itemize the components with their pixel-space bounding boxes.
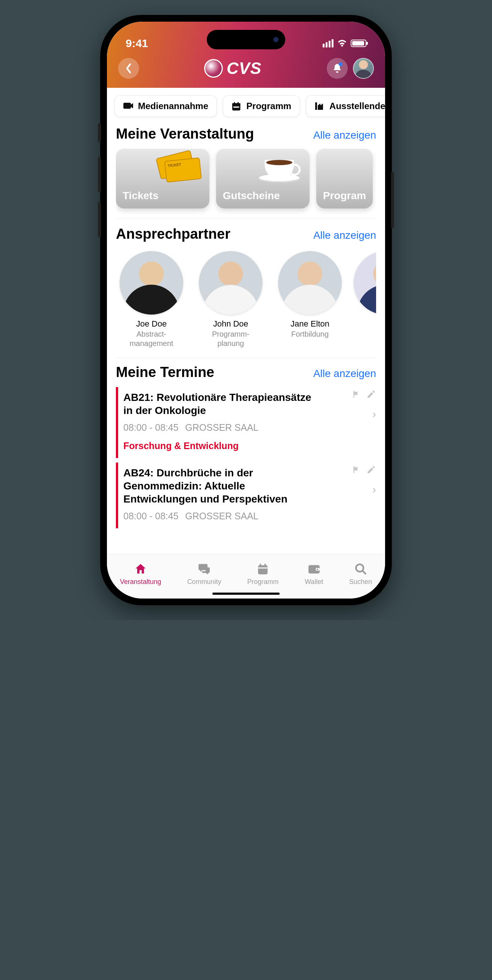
- quick-links-row: Medienannahme Programm Ausstellende: [107, 88, 385, 121]
- contact-item[interactable]: [354, 251, 376, 348]
- svg-rect-5: [233, 107, 239, 108]
- contact-item[interactable]: John Doe Programm- planung: [195, 251, 266, 348]
- profile-avatar[interactable]: [353, 58, 374, 79]
- tab-label: Wallet: [305, 578, 323, 586]
- svg-rect-7: [260, 564, 261, 566]
- svg-rect-4: [237, 102, 238, 105]
- section-title: Meine Veranstaltung: [116, 126, 254, 142]
- svg-line-14: [362, 571, 366, 574]
- logo-text: CVS: [227, 59, 261, 78]
- tab-wallet[interactable]: Wallet: [305, 562, 323, 586]
- card-tickets[interactable]: Tickets: [116, 149, 209, 208]
- volume-button: [98, 157, 101, 192]
- tab-bar: Veranstaltung Community Programm Wallet: [107, 554, 385, 598]
- flag-icon[interactable]: [351, 465, 361, 476]
- chevron-right-icon: ›: [372, 407, 376, 420]
- section-my-event: Meine Veranstaltung Alle anzeigen Ticket…: [107, 121, 385, 216]
- calendar-icon: [232, 102, 242, 111]
- contact-role: Fortbildung: [275, 329, 345, 339]
- avatar: [354, 251, 376, 315]
- chip-programm[interactable]: Programm: [223, 95, 300, 117]
- tab-community[interactable]: Community: [187, 562, 221, 586]
- svg-rect-0: [123, 103, 131, 109]
- search-icon: [355, 562, 367, 576]
- phone-frame: 9:41 CVS: [100, 15, 392, 605]
- appointment-item[interactable]: › AB24: Durchbrüche in der Genommedizin:…: [116, 463, 376, 528]
- show-all-link[interactable]: Alle anzeigen: [313, 129, 376, 141]
- tab-label: Veranstaltung: [120, 578, 161, 586]
- contact-name: Jane Elton: [275, 319, 345, 329]
- wifi-icon: [337, 37, 347, 50]
- tab-label: Suchen: [349, 578, 372, 586]
- card-label: Gutscheine: [223, 190, 280, 202]
- ticket-icon: [158, 154, 203, 183]
- app-logo: CVS: [204, 59, 261, 78]
- divider: [116, 358, 376, 358]
- home-icon: [133, 562, 148, 576]
- appointment-title: AB24: Durchbrüche in der Genommedizin: A…: [123, 466, 321, 506]
- contact-name: John Doe: [195, 319, 266, 329]
- avatar: [120, 251, 183, 315]
- wallet-icon: [307, 562, 321, 576]
- tab-label: Community: [187, 578, 221, 586]
- section-title: Ansprechpartner: [116, 226, 230, 242]
- svg-rect-2: [232, 103, 240, 106]
- contact-item[interactable]: Joe Doe Abstract- management: [116, 251, 187, 348]
- volume-button: [98, 202, 101, 237]
- contact-role: Programm- planung: [195, 329, 266, 348]
- chip-ausstellende[interactable]: Ausstellende: [306, 95, 385, 117]
- avatar: [278, 251, 342, 315]
- power-button: [391, 172, 394, 228]
- notifications-button[interactable]: [327, 58, 348, 79]
- contact-item[interactable]: Jane Elton Fortbildung: [275, 251, 345, 348]
- avatar: [199, 251, 262, 315]
- volume-button: [98, 123, 101, 142]
- contact-role: Abstract- management: [116, 329, 187, 348]
- appointment-time: 08:00 - 08:45: [123, 422, 178, 433]
- chevron-right-icon: ›: [372, 483, 376, 496]
- svg-rect-6: [258, 565, 268, 574]
- tab-suchen[interactable]: Suchen: [349, 562, 372, 586]
- appointment-title: AB21: Revolutionäre Therapieansätze in d…: [123, 391, 321, 417]
- tab-veranstaltung[interactable]: Veranstaltung: [120, 562, 161, 586]
- factory-icon: [315, 102, 325, 111]
- section-contacts: Ansprechpartner Alle anzeigen Joe Doe Ab…: [107, 221, 385, 356]
- chip-label: Ausstellende: [329, 101, 385, 111]
- chip-label: Programm: [246, 101, 291, 111]
- section-title: Meine Termine: [116, 364, 214, 380]
- appointment-time: 08:00 - 08:45: [123, 511, 178, 522]
- status-time: 9:41: [126, 37, 148, 50]
- back-button[interactable]: [118, 58, 139, 79]
- svg-rect-3: [234, 102, 235, 105]
- calendar-icon: [256, 562, 269, 576]
- section-appointments: Meine Termine Alle anzeigen: [107, 361, 385, 380]
- battery-icon: [351, 40, 366, 47]
- svg-point-12: [317, 569, 318, 570]
- chat-icon: [196, 562, 212, 576]
- divider: [116, 218, 376, 219]
- card-label: Program: [323, 190, 366, 202]
- appointment-item[interactable]: › AB21: Revolutionäre Therapieansätze in…: [116, 387, 376, 458]
- tab-programm[interactable]: Programm: [247, 562, 278, 586]
- card-label: Tickets: [123, 190, 158, 202]
- tab-label: Programm: [247, 578, 278, 586]
- flag-icon[interactable]: [351, 389, 361, 401]
- edit-icon[interactable]: [366, 465, 376, 476]
- show-all-link[interactable]: Alle anzeigen: [313, 368, 376, 380]
- contact-name: Joe Doe: [116, 319, 187, 329]
- camera-icon: [123, 102, 133, 111]
- svg-rect-8: [265, 564, 266, 566]
- show-all-link[interactable]: Alle anzeigen: [313, 229, 376, 241]
- chip-medienannahme[interactable]: Medienannahme: [114, 95, 217, 117]
- appointment-room: GROSSER SAAL: [185, 511, 258, 522]
- card-programm[interactable]: Program: [316, 149, 373, 208]
- logo-mark-icon: [204, 59, 223, 78]
- svg-rect-9: [258, 568, 268, 569]
- chip-label: Medienannahme: [138, 101, 208, 111]
- edit-icon[interactable]: [366, 389, 376, 401]
- appointment-room: GROSSER SAAL: [185, 422, 258, 433]
- card-gutscheine[interactable]: Gutscheine: [216, 149, 310, 208]
- home-indicator: [212, 593, 280, 595]
- dynamic-island: [207, 30, 285, 49]
- notification-dot-icon: [339, 62, 342, 66]
